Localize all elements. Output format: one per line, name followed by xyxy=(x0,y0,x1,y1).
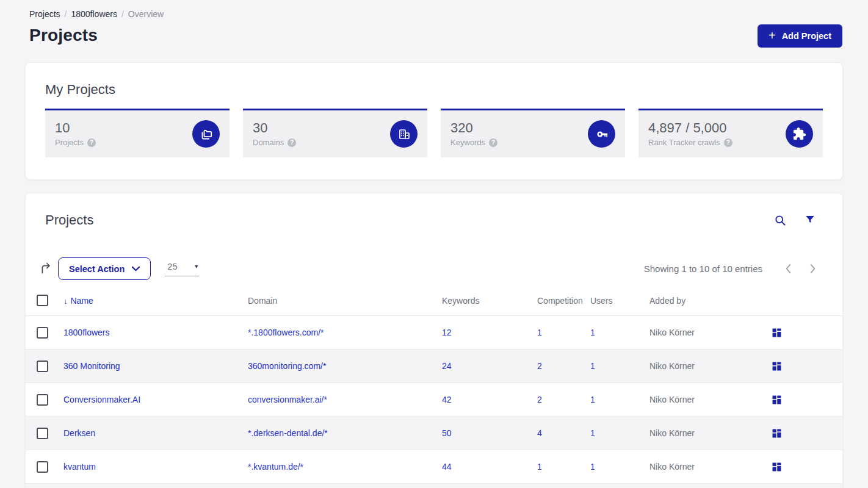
table-row: 360 Monitoring360monitoring.com/*2421Nik… xyxy=(26,350,842,383)
next-page-icon[interactable] xyxy=(809,264,817,273)
add-project-button[interactable]: + Add Project xyxy=(758,24,842,48)
project-added-by-cell: Niko Körner xyxy=(649,417,772,450)
project-name-link[interactable]: 1800flowers xyxy=(63,328,110,337)
breadcrumb-projects[interactable]: Projects xyxy=(29,9,60,19)
stat-rank-tracker-value: 4,897 / 5,000 xyxy=(648,121,732,135)
filter-icon[interactable] xyxy=(805,214,816,226)
project-competition-cell: 1 xyxy=(537,450,590,484)
select-all-checkbox[interactable] xyxy=(37,295,48,306)
project-domain-link[interactable]: *.kvantum.de/* xyxy=(248,462,303,472)
column-header-actions xyxy=(772,291,842,316)
row-checkbox-cell xyxy=(26,417,63,450)
project-competition-link[interactable]: 1 xyxy=(537,328,542,337)
help-icon[interactable]: ? xyxy=(724,138,732,147)
help-icon[interactable]: ? xyxy=(87,138,96,147)
building-icon xyxy=(390,120,418,148)
project-users-link[interactable]: 1 xyxy=(590,361,595,371)
project-domain-link[interactable]: *.derksen-dental.de/* xyxy=(248,428,328,438)
projects-table-card: Projects Select Action 25 xyxy=(25,193,843,488)
project-actions-cell xyxy=(772,417,842,450)
project-added-by-cell: Niko Körner xyxy=(649,383,772,417)
row-checkbox-cell xyxy=(26,316,63,350)
export-arrow-icon[interactable] xyxy=(40,262,52,275)
project-name-link[interactable]: kvantum xyxy=(63,462,96,472)
project-users-link[interactable]: 1 xyxy=(590,462,595,472)
dashboard-grid-icon[interactable] xyxy=(772,428,782,439)
stats-grid: 10 Projects? 30 Domains? xyxy=(45,109,823,157)
column-header-users[interactable]: Users xyxy=(590,291,649,316)
project-competition-link[interactable]: 4 xyxy=(537,428,542,438)
project-keywords-cell: 12 xyxy=(442,316,537,350)
project-domain-cell: *.kvantum.de/* xyxy=(248,450,442,484)
column-header-name[interactable]: ↓Name xyxy=(63,291,248,316)
help-icon[interactable]: ? xyxy=(288,138,296,147)
project-users-cell: 1 xyxy=(590,316,649,350)
row-checkbox[interactable] xyxy=(37,361,48,372)
project-domain-cell: conversionmaker.ai/* xyxy=(248,383,442,417)
project-keywords-link[interactable]: 50 xyxy=(442,428,452,438)
chevron-down-icon xyxy=(132,266,140,271)
select-action-label: Select Action xyxy=(69,264,125,274)
project-name-cell: Derksen xyxy=(63,417,248,450)
project-users-cell: 1 xyxy=(590,417,649,450)
stat-keywords-value: 320 xyxy=(450,121,497,135)
page-size-select[interactable]: 25 ▾ xyxy=(165,262,199,276)
project-keywords-link[interactable]: 44 xyxy=(442,462,452,472)
breadcrumb-separator: / xyxy=(121,9,124,19)
project-competition-cell: 1 xyxy=(537,316,590,350)
project-name-cell: Conversionmaker.AI xyxy=(63,383,248,417)
breadcrumb-1800flowers[interactable]: 1800flowers xyxy=(71,9,117,19)
project-actions-cell xyxy=(772,350,842,383)
select-action-dropdown[interactable]: Select Action xyxy=(58,257,151,280)
project-name-link[interactable]: 360 Monitoring xyxy=(63,361,120,371)
dashboard-grid-icon[interactable] xyxy=(772,462,782,472)
project-added-by-cell: Niko Körner xyxy=(649,316,772,350)
project-name-cell: kvantum xyxy=(63,450,248,484)
project-domain-link[interactable]: *.1800flowers.com/* xyxy=(248,328,324,337)
search-icon[interactable] xyxy=(774,214,786,226)
pagination-status: Showing 1 to 10 of 10 entries xyxy=(644,264,762,274)
dashboard-grid-icon[interactable] xyxy=(772,395,782,405)
project-competition-cell: 2 xyxy=(537,383,590,417)
page-size-value: 25 xyxy=(167,262,177,271)
project-actions-cell xyxy=(772,383,842,417)
project-keywords-link[interactable]: 24 xyxy=(442,361,452,371)
project-domain-link[interactable]: 360monitoring.com/* xyxy=(248,361,326,371)
row-checkbox[interactable] xyxy=(37,394,48,406)
project-competition-link[interactable]: 1 xyxy=(537,462,542,472)
prev-page-icon[interactable] xyxy=(784,264,792,273)
project-actions-cell xyxy=(772,316,842,350)
help-icon[interactable]: ? xyxy=(489,138,497,147)
column-header-domain[interactable]: Domain xyxy=(248,291,442,316)
project-domain-link[interactable]: conversionmaker.ai/* xyxy=(248,395,327,404)
project-keywords-cell: 24 xyxy=(442,350,537,383)
row-checkbox[interactable] xyxy=(37,327,48,339)
project-name-link[interactable]: Derksen xyxy=(63,428,95,438)
row-checkbox[interactable] xyxy=(37,461,48,473)
dashboard-grid-icon[interactable] xyxy=(772,328,782,338)
project-users-cell: 1 xyxy=(590,383,649,417)
stat-projects-label: Projects xyxy=(55,138,84,147)
dashboard-grid-icon[interactable] xyxy=(772,361,782,371)
table-header-row: ↓Name Domain Keywords Competition Users … xyxy=(26,291,842,316)
stat-rank-tracker: 4,897 / 5,000 Rank Tracker crawls? xyxy=(638,109,823,157)
project-keywords-link[interactable]: 12 xyxy=(442,328,452,337)
project-users-link[interactable]: 1 xyxy=(590,395,595,404)
project-users-cell: 1 xyxy=(590,350,649,383)
row-checkbox[interactable] xyxy=(37,428,48,439)
column-header-keywords[interactable]: Keywords xyxy=(442,291,537,316)
project-domain-cell: 360monitoring.com/* xyxy=(248,350,442,383)
column-header-competition[interactable]: Competition xyxy=(537,291,590,316)
project-users-link[interactable]: 1 xyxy=(590,328,595,337)
project-competition-link[interactable]: 2 xyxy=(537,361,542,371)
key-icon xyxy=(588,120,615,148)
project-domain-cell: *.1800flowers.com/* xyxy=(248,316,442,350)
breadcrumb-separator: / xyxy=(65,9,67,19)
project-users-link[interactable]: 1 xyxy=(590,428,595,438)
project-keywords-link[interactable]: 42 xyxy=(442,395,452,404)
caret-down-icon: ▾ xyxy=(195,263,198,270)
project-competition-link[interactable]: 2 xyxy=(537,395,542,404)
project-name-link[interactable]: Conversionmaker.AI xyxy=(63,395,140,404)
column-header-added-by[interactable]: Added by xyxy=(649,291,772,316)
projects-table: ↓Name Domain Keywords Competition Users … xyxy=(26,291,842,488)
